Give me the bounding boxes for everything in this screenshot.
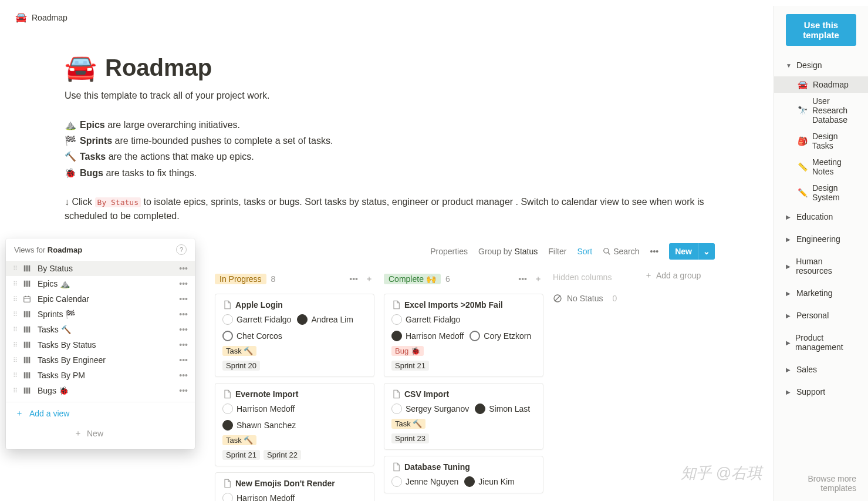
status-pill-complete[interactable]: Complete 🙌	[384, 274, 441, 284]
view-option[interactable]: ⠿ Sprints 🏁 •••	[6, 307, 195, 322]
svg-point-0	[604, 248, 609, 253]
template-item[interactable]: 🔭User Research Database	[774, 93, 868, 128]
instructions[interactable]: ↓ Click By Status to isolate epics, spri…	[65, 195, 715, 223]
breadcrumb-title: Roadmap	[32, 13, 67, 22]
breadcrumb[interactable]: 🚘 Roadmap	[6, 6, 774, 29]
category-marketing[interactable]: ▶Marketing	[774, 282, 868, 304]
properties-button[interactable]: Properties	[430, 247, 468, 256]
avatar-icon	[222, 493, 233, 501]
avatar-icon	[391, 314, 402, 325]
person: Harrison Medoff	[222, 404, 295, 414]
view-option[interactable]: ⠿ Tasks By Engineer •••	[6, 352, 195, 368]
chevron-down-icon[interactable]: ⌄	[698, 243, 715, 260]
browse-templates-link[interactable]: Browse more templates	[774, 466, 868, 501]
legend-icon: 🐞	[65, 165, 75, 181]
new-button[interactable]: New⌄	[669, 243, 715, 260]
drag-handle-icon[interactable]: ⠿	[13, 341, 16, 349]
more-icon[interactable]: •••	[517, 273, 528, 285]
category-product-management[interactable]: ▶Product management	[774, 327, 868, 358]
use-template-button[interactable]: Use this template	[786, 14, 856, 46]
page-title[interactable]: Roadmap	[105, 55, 212, 81]
triangle-right-icon: ▶	[786, 312, 792, 319]
more-icon[interactable]: •••	[179, 279, 188, 288]
status-pill-in-progress[interactable]: In Progress	[215, 274, 266, 284]
triangle-right-icon: ▶	[786, 339, 791, 346]
sort-button[interactable]: Sort	[577, 247, 592, 256]
card-title: Database Tuning	[391, 462, 536, 472]
view-option[interactable]: ⠿ By Status •••	[6, 261, 195, 276]
triangle-right-icon: ▶	[786, 290, 792, 297]
more-icon[interactable]: •••	[179, 355, 188, 365]
add-view-button[interactable]: ＋ Add a view	[6, 402, 195, 425]
plus-icon[interactable]: ＋	[364, 273, 374, 285]
card[interactable]: Excel Imports >20Mb Fail Garrett Fidalgo…	[384, 294, 543, 377]
card[interactable]: Apple Login Garrett FidalgoAndrea LimChe…	[215, 294, 374, 377]
view-option[interactable]: ⠿ Epic Calendar •••	[6, 291, 195, 307]
more-icon[interactable]: •••	[179, 371, 188, 380]
drag-handle-icon[interactable]: ⠿	[13, 265, 16, 273]
drag-handle-icon[interactable]: ⠿	[13, 326, 16, 334]
avatar-icon	[297, 314, 308, 325]
category-sales[interactable]: ▶Sales	[774, 358, 868, 381]
no-status-row[interactable]: No Status 0	[553, 294, 635, 303]
more-icon[interactable]: •••	[179, 340, 188, 349]
triangle-right-icon: ▶	[786, 263, 791, 270]
view-label: Bugs 🐞	[38, 386, 173, 395]
card[interactable]: Database Tuning Jenne NguyenJieun Kim	[384, 456, 543, 493]
category-education[interactable]: ▶Education	[774, 206, 868, 228]
legend-icon: ⛰️	[65, 117, 75, 133]
view-option[interactable]: ⠿ Tasks By Status •••	[6, 337, 195, 352]
more-icon[interactable]: •••	[179, 310, 188, 319]
search-button[interactable]: Search	[603, 247, 639, 256]
person: Jenne Nguyen	[391, 476, 458, 487]
avatar-icon	[475, 404, 485, 414]
template-item[interactable]: ✏️Design System	[774, 180, 868, 206]
drag-handle-icon[interactable]: ⠿	[13, 387, 16, 395]
legend-row[interactable]: 🐞Bugs are tasks to fix things.	[65, 165, 715, 181]
legend-row[interactable]: ⛰️Epics are large overarching initiative…	[65, 117, 715, 133]
view-label: Sprints 🏁	[38, 310, 173, 319]
legend-row[interactable]: 🔨Tasks are the actions that make up epic…	[65, 149, 715, 164]
drag-handle-icon[interactable]: ⠿	[13, 311, 16, 318]
drag-handle-icon[interactable]: ⠿	[13, 372, 16, 379]
more-icon[interactable]: •••	[179, 264, 188, 273]
filter-button[interactable]: Filter	[548, 247, 566, 256]
card[interactable]: CSV Import Sergey SurganovSimon Last Tas…	[384, 383, 543, 450]
plus-icon[interactable]: ＋	[533, 273, 543, 285]
person: Garrett Fidalgo	[222, 314, 291, 325]
category-support[interactable]: ▶Support	[774, 381, 868, 403]
category-engineering[interactable]: ▶Engineering	[774, 228, 868, 250]
template-item[interactable]: 📏Meeting Notes	[774, 154, 868, 180]
more-icon[interactable]: •••	[179, 386, 188, 395]
view-option[interactable]: ⠿ Epics ⛰️ •••	[6, 276, 195, 291]
more-icon[interactable]: •••	[179, 294, 188, 304]
more-icon[interactable]: •••	[179, 325, 188, 334]
category-human-resources[interactable]: ▶Human resources	[774, 250, 868, 282]
drag-handle-icon[interactable]: ⠿	[13, 280, 16, 288]
page-subtitle[interactable]: Use this template to track all of your p…	[65, 89, 715, 103]
board-icon	[22, 386, 32, 395]
page-icon[interactable]: 🚘	[65, 52, 97, 83]
template-item[interactable]: 🚘Roadmap	[774, 76, 868, 93]
view-option[interactable]: ⠿ Tasks By PM •••	[6, 368, 195, 383]
new-page-button[interactable]: ＋ New	[6, 425, 195, 446]
avatar-icon	[222, 331, 233, 341]
group-by-button[interactable]: Group by Status	[478, 247, 538, 256]
category-design[interactable]: ▼Design	[774, 54, 868, 76]
template-item[interactable]: 🎒Design Tasks	[774, 128, 868, 154]
drag-handle-icon[interactable]: ⠿	[13, 295, 16, 303]
view-option[interactable]: ⠿ Bugs 🐞 •••	[6, 383, 195, 398]
add-group-button[interactable]: ＋ Add a group	[644, 270, 715, 281]
drag-handle-icon[interactable]: ⠿	[13, 357, 16, 364]
more-icon[interactable]: •••	[348, 273, 359, 285]
category-personal[interactable]: ▶Personal	[774, 304, 868, 327]
view-option[interactable]: ⠿ Tasks 🔨 •••	[6, 322, 195, 337]
more-icon[interactable]: •••	[650, 247, 658, 256]
hidden-columns-label[interactable]: Hidden columns	[553, 270, 635, 284]
help-icon[interactable]: ?	[176, 244, 187, 255]
card[interactable]: Evernote Import Harrison MedoffShawn San…	[215, 383, 374, 466]
legend-row[interactable]: 🏁Sprints are time-bounded pushes to comp…	[65, 133, 715, 149]
board-icon	[22, 371, 32, 380]
template-icon: 🔭	[798, 106, 808, 115]
card[interactable]: New Emojis Don't Render Harrison MedoffS…	[215, 472, 374, 501]
